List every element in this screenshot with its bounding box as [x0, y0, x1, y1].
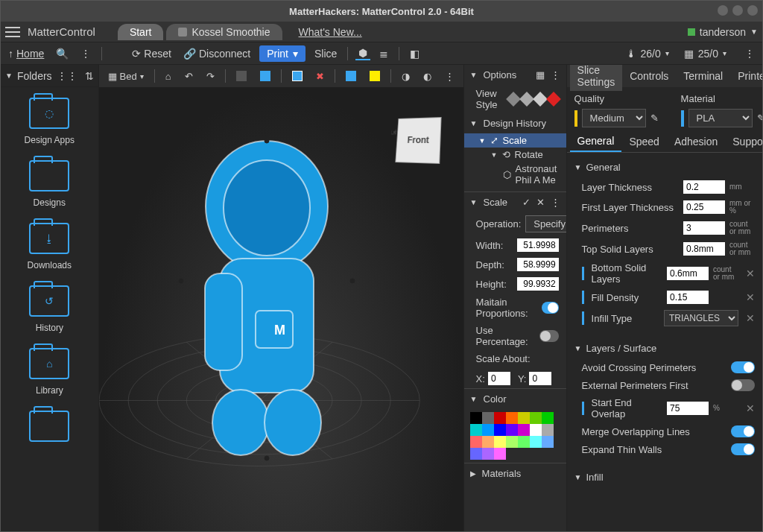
kebab-icon[interactable]: ⋮	[551, 69, 560, 80]
subtab-general[interactable]: General	[570, 131, 622, 152]
tree-model[interactable]: ⬡Astronaut Phil A Me	[464, 162, 566, 187]
sidebar-item-library[interactable]: ⌂Library	[1, 338, 98, 400]
view-3d-icon[interactable]: ⬢	[355, 47, 370, 60]
tab-controls[interactable]: Controls	[622, 67, 676, 85]
options-header[interactable]: ▼Options▦⋮	[464, 65, 566, 85]
color-swatch[interactable]	[542, 412, 554, 424]
reset-button[interactable]: ⟳Reset	[129, 48, 174, 60]
print-button[interactable]: Print▾	[259, 45, 305, 62]
quality-select[interactable]: Medium	[582, 109, 646, 127]
user-menu[interactable]: tanderson ▼	[688, 26, 758, 38]
section-general[interactable]: ▼General	[574, 157, 755, 177]
tool-icon[interactable]	[232, 69, 251, 83]
color-swatch[interactable]	[494, 448, 506, 460]
bed-temp[interactable]: ▦25/0▾	[684, 48, 726, 60]
tree-rotate[interactable]: ▼⟲Rotate	[464, 148, 566, 162]
color-swatch[interactable]	[470, 448, 482, 460]
infill-type-select[interactable]: TRIANGLES	[664, 310, 738, 326]
material-select[interactable]: PLA	[688, 109, 753, 127]
sidebar-item-downloads[interactable]: ⭳Downloads	[1, 212, 98, 275]
reset-icon[interactable]: ✕	[746, 267, 755, 279]
pencil-icon[interactable]: ✎	[650, 113, 659, 124]
color-swatch[interactable]	[482, 424, 494, 436]
tool-icon[interactable]	[288, 69, 307, 83]
expand-toggle[interactable]	[731, 443, 755, 455]
tab-terminal[interactable]: Terminal	[676, 67, 730, 85]
external-first-toggle[interactable]	[731, 379, 755, 391]
color-swatch[interactable]	[530, 436, 542, 448]
subtab-support[interactable]: Support	[725, 132, 762, 151]
kebab-icon[interactable]: ⋮	[440, 69, 459, 83]
viewstyle-icon[interactable]	[546, 92, 561, 107]
minimize-icon[interactable]	[718, 5, 728, 16]
sidebar-item-design-apps[interactable]: ◌Design Apps	[1, 87, 98, 150]
color-swatch[interactable]	[470, 436, 482, 448]
close-icon[interactable]: ✕	[536, 197, 545, 208]
tab-printer[interactable]: Printer✕	[730, 67, 762, 85]
pencil-icon[interactable]: ✎	[757, 113, 762, 124]
fill-density-input[interactable]	[667, 291, 709, 304]
tool-icon[interactable]: ◑	[397, 69, 414, 83]
maintain-toggle[interactable]	[542, 302, 559, 314]
color-swatch[interactable]	[506, 436, 518, 448]
viewstyle-icon[interactable]	[519, 92, 534, 107]
color-swatch[interactable]	[494, 424, 506, 436]
bed-dropdown[interactable]: ▦Bed▾	[104, 69, 148, 83]
home-icon[interactable]: ⌂	[161, 69, 176, 83]
tool-icon[interactable]: ◐	[419, 69, 436, 83]
maximize-icon[interactable]	[732, 5, 743, 16]
kebab-icon[interactable]: ⋮	[741, 48, 758, 60]
sidebar-item-more[interactable]	[1, 400, 98, 452]
sidebar-item-history[interactable]: ↺History	[1, 275, 98, 338]
depth-input[interactable]	[517, 258, 559, 271]
redo-icon[interactable]: ↷	[202, 69, 219, 83]
viewstyle-icon[interactable]	[506, 92, 521, 107]
width-input[interactable]	[517, 238, 559, 252]
sidebar-item-designs[interactable]: Designs	[1, 150, 98, 212]
section-infill[interactable]: ▼Infill	[574, 467, 755, 487]
model-astronaut[interactable]: M	[166, 132, 367, 467]
close-icon[interactable]	[747, 5, 758, 16]
color-swatch[interactable]	[518, 436, 530, 448]
delete-icon[interactable]: ✖	[311, 69, 329, 83]
color-swatch[interactable]	[506, 412, 518, 424]
slice-button[interactable]: Slice	[311, 48, 340, 60]
tab-start[interactable]: Start	[118, 24, 164, 40]
view-layers-icon[interactable]: ≣	[376, 48, 391, 60]
color-swatch[interactable]	[482, 436, 494, 448]
tool-icon[interactable]	[256, 69, 275, 83]
3d-viewport[interactable]: M LeftFront	[99, 87, 463, 531]
extruder-temp[interactable]: 🌡26/0▾	[626, 48, 669, 60]
perimeters-input[interactable]	[683, 221, 725, 235]
check-icon[interactable]: ✓	[522, 197, 531, 208]
color-swatch[interactable]	[470, 424, 482, 436]
panel-toggle-icon[interactable]: ◧	[407, 48, 422, 60]
color-swatch[interactable]	[542, 436, 554, 448]
color-swatch[interactable]	[482, 412, 494, 424]
tree-scale[interactable]: ▼⤢Scale	[464, 133, 566, 148]
operation-select[interactable]: Specify	[525, 215, 566, 232]
grid-icon[interactable]: ⋮⋮	[57, 70, 77, 82]
color-swatch[interactable]	[470, 412, 482, 424]
color-swatch[interactable]	[530, 412, 542, 424]
merge-toggle[interactable]	[731, 425, 755, 437]
start-end-input[interactable]	[667, 402, 709, 415]
avoid-crossing-toggle[interactable]	[731, 361, 755, 373]
tab-printer[interactable]: Kossel Smoothie	[166, 24, 282, 40]
scale-y-input[interactable]	[529, 372, 551, 385]
color-swatch[interactable]	[518, 412, 530, 424]
scale-x-input[interactable]	[488, 372, 510, 385]
reset-icon[interactable]: ✕	[746, 402, 755, 414]
top-solid-input[interactable]	[683, 242, 725, 256]
kebab-icon[interactable]: ⋮	[551, 197, 560, 208]
color-header[interactable]: ▼Color	[464, 388, 566, 409]
kebab-icon[interactable]: ⋮	[77, 48, 94, 60]
height-input[interactable]	[517, 277, 559, 291]
color-swatch[interactable]	[494, 412, 506, 424]
grid-icon[interactable]: ▦	[536, 69, 545, 80]
first-layer-input[interactable]	[683, 200, 725, 214]
search-icon[interactable]: 🔍	[53, 48, 72, 60]
use-pct-toggle[interactable]	[539, 330, 559, 342]
scale-section-header[interactable]: ▼Scale✓✕⋮	[464, 191, 566, 212]
tool-icon[interactable]	[341, 69, 361, 83]
